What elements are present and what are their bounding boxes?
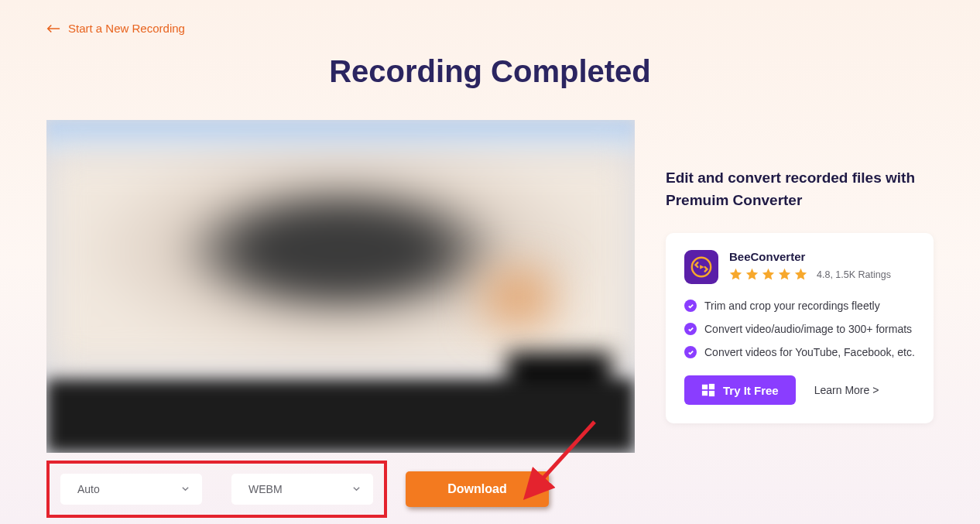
check-circle-icon [684, 346, 697, 358]
windows-icon [701, 383, 715, 397]
page-title: Recording Completed [46, 54, 934, 89]
main-row: Auto WEBM Download Edit and convert reco… [46, 120, 934, 518]
promo-heading: Edit and convert recorded files with Pre… [666, 166, 934, 212]
check-circle-icon [684, 300, 697, 312]
rating-row: 4.8, 1.5K Ratings [729, 268, 891, 281]
right-column: Edit and convert recorded files with Pre… [666, 120, 934, 424]
quality-select-value: Auto [77, 483, 100, 495]
promo-header: BeeConverter 4.8, 1.5K Ratings [684, 250, 915, 284]
feature-text: Convert videos for YouTube, Facebook, et… [704, 346, 915, 358]
rating-text: 4.8, 1.5K Ratings [817, 269, 891, 280]
quality-select[interactable]: Auto [60, 474, 202, 505]
feature-item: Convert video/audio/image to 300+ format… [684, 323, 915, 335]
arrow-left-icon [46, 23, 60, 34]
recording-preview[interactable] [46, 120, 635, 453]
star-icon [745, 268, 759, 281]
promo-title-block: BeeConverter 4.8, 1.5K Ratings [729, 250, 891, 281]
svg-rect-5 [709, 391, 714, 396]
feature-text: Convert video/audio/image to 300+ format… [704, 323, 912, 335]
page-container: Start a New Recording Recording Complete… [0, 0, 980, 518]
svg-rect-2 [702, 385, 708, 389]
learn-more-link[interactable]: Learn More > [814, 384, 879, 396]
promo-product-name: BeeConverter [729, 250, 891, 263]
chevron-down-icon [352, 485, 361, 493]
start-new-recording-link[interactable]: Start a New Recording [46, 22, 185, 35]
svg-rect-4 [702, 391, 708, 396]
annotation-highlight-box: Auto WEBM [46, 461, 387, 518]
check-circle-icon [684, 323, 697, 335]
promo-actions: Try It Free Learn More > [684, 375, 915, 405]
beeconverter-logo [684, 250, 718, 284]
download-button[interactable]: Download [406, 471, 549, 507]
feature-item: Convert videos for YouTube, Facebook, et… [684, 346, 915, 358]
star-icon [729, 268, 742, 281]
svg-marker-1 [700, 265, 704, 270]
feature-text: Trim and crop your recordings fleetly [704, 300, 880, 312]
format-select[interactable]: WEBM [231, 474, 373, 505]
promo-card: BeeConverter 4.8, 1.5K Ratings [666, 233, 934, 423]
back-link-label: Start a New Recording [68, 22, 185, 35]
format-select-value: WEBM [248, 483, 283, 495]
swap-arrows-icon [690, 255, 713, 279]
star-icon [778, 268, 791, 281]
star-icon [794, 268, 807, 281]
controls-row: Auto WEBM Download [46, 461, 635, 518]
svg-rect-3 [709, 384, 714, 389]
feature-item: Trim and crop your recordings fleetly [684, 300, 915, 312]
star-icon [762, 268, 775, 281]
chevron-down-icon [181, 485, 190, 493]
try-free-label: Try It Free [723, 384, 779, 397]
feature-list: Trim and crop your recordings fleetly Co… [684, 300, 915, 358]
left-column: Auto WEBM Download [46, 120, 635, 518]
try-free-button[interactable]: Try It Free [684, 375, 796, 405]
